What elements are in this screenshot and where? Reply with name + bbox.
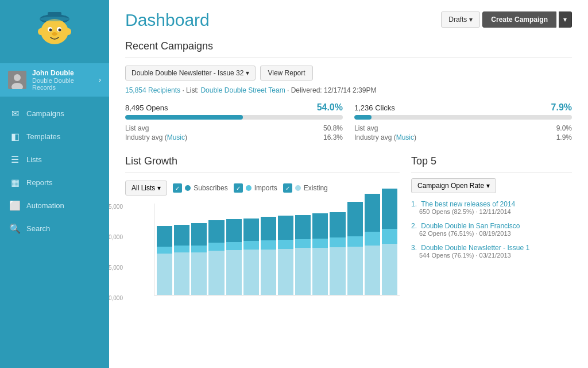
campaigns-icon: ✉ bbox=[9, 108, 21, 119]
bar-subscribes bbox=[295, 215, 311, 239]
main-nav: ✉ Campaigns ◧ Templates ☰ Lists ▦ Report… bbox=[0, 97, 109, 240]
subscribes-dot bbox=[185, 185, 191, 191]
bar-existing bbox=[191, 252, 207, 295]
opens-stat: 8,495 Opens 54.0% List avg 50.8% Industr… bbox=[125, 102, 343, 143]
imports-checkbox-icon: ✓ bbox=[234, 183, 243, 193]
clicks-progress-fill bbox=[354, 115, 372, 120]
chart-bar-group bbox=[382, 189, 397, 295]
existing-dot bbox=[295, 185, 301, 191]
chart-bar-group bbox=[330, 212, 345, 295]
chart-bar-group bbox=[174, 225, 189, 295]
imports-label: Imports bbox=[254, 184, 277, 192]
bar-imports bbox=[226, 242, 242, 250]
chart-bar-group bbox=[278, 216, 293, 295]
top5-list-item: 3. Double Double Newsletter - Issue 1 54… bbox=[411, 244, 572, 259]
bar-subscribes bbox=[330, 212, 345, 237]
bar-subscribes bbox=[174, 225, 189, 246]
svg-point-13 bbox=[14, 74, 21, 81]
recent-campaigns-section: Recent Campaigns Double Double Newslette… bbox=[125, 40, 572, 143]
bar-subscribes bbox=[261, 217, 276, 240]
chart-y-labels: 25,000 20,000 15,000 10,000 bbox=[109, 204, 123, 301]
bar-imports bbox=[382, 229, 397, 244]
sidebar: John Double Double Double Records › ✉ Ca… bbox=[0, 0, 109, 368]
chevron-down-icon: ▾ bbox=[246, 69, 249, 77]
page-title: Dashboard bbox=[125, 12, 210, 29]
stats-grid: 8,495 Opens 54.0% List avg 50.8% Industr… bbox=[125, 102, 572, 143]
chart-bar-group bbox=[226, 219, 242, 295]
bar-subscribes bbox=[278, 216, 293, 240]
bar-subscribes bbox=[365, 194, 380, 232]
view-report-button[interactable]: View Report bbox=[260, 66, 312, 80]
chevron-down-icon: ▾ bbox=[157, 184, 161, 192]
opens-progress-bg bbox=[125, 115, 343, 120]
search-label: Search bbox=[26, 224, 50, 233]
top5-item-link[interactable]: Double Double Newsletter - Issue 1 bbox=[421, 244, 529, 252]
recipients-link[interactable]: 15,854 Recipients bbox=[125, 86, 180, 94]
open-rate-filter-button[interactable]: Campaign Open Rate ▾ bbox=[411, 178, 496, 193]
clicks-list-avg: List avg 9.0% bbox=[354, 124, 572, 132]
create-campaign-arrow-button[interactable]: ▾ bbox=[559, 12, 572, 28]
bar-subscribes bbox=[226, 219, 242, 242]
sidebar-item-templates[interactable]: ◧ Templates bbox=[0, 125, 109, 148]
top5-item-meta: 544 Opens (76.1%) · 03/21/2013 bbox=[419, 252, 572, 259]
svg-point-8 bbox=[52, 32, 57, 36]
drafts-button[interactable]: Drafts ▾ bbox=[441, 12, 480, 28]
y-label-15k: 15,000 bbox=[109, 264, 123, 271]
clicks-industry-link[interactable]: Music bbox=[396, 133, 414, 141]
sidebar-item-lists[interactable]: ☰ Lists bbox=[0, 148, 109, 171]
bar-subscribes bbox=[157, 226, 172, 247]
bar-imports bbox=[365, 232, 380, 246]
opens-label: 8,495 Opens bbox=[125, 103, 168, 112]
imports-dot bbox=[246, 185, 252, 191]
y-label-25k: 25,000 bbox=[109, 204, 123, 210]
chart-bar-group bbox=[157, 226, 172, 295]
bar-existing bbox=[157, 254, 172, 295]
sidebar-item-campaigns[interactable]: ✉ Campaigns bbox=[0, 102, 109, 125]
y-label-10k: 10,000 bbox=[109, 295, 123, 301]
chevron-down-icon: ▾ bbox=[469, 16, 473, 24]
chart-bar-group bbox=[312, 213, 328, 295]
create-campaign-button[interactable]: Create Campaign bbox=[482, 12, 556, 28]
mailchimp-logo-icon bbox=[32, 9, 78, 55]
bottom-section: List Growth All Lists ▾ ✓ Subscribes ✓ I… bbox=[125, 155, 572, 301]
imports-legend: ✓ Imports bbox=[234, 183, 277, 193]
bar-subscribes bbox=[382, 189, 397, 229]
chart-bar-group bbox=[261, 217, 276, 295]
chart-bar-group bbox=[243, 218, 259, 295]
subscribes-label: Subscribes bbox=[194, 184, 227, 192]
bar-existing bbox=[243, 250, 259, 295]
chevron-right-icon: › bbox=[99, 76, 101, 84]
clicks-pct: 7.9% bbox=[551, 102, 572, 113]
chart-bar-group bbox=[365, 194, 380, 295]
existing-checkbox-icon: ✓ bbox=[283, 183, 292, 193]
sidebar-item-search[interactable]: 🔍 Search bbox=[0, 217, 109, 240]
top5-item-num: 1. bbox=[411, 200, 417, 208]
campaign-select-button[interactable]: Double Double Newsletter - Issue 32 ▾ bbox=[125, 66, 256, 80]
chevron-down-icon: ▾ bbox=[563, 16, 567, 24]
bar-subscribes bbox=[243, 218, 259, 241]
svg-point-7 bbox=[59, 29, 61, 32]
list-name-link[interactable]: Double Double Street Team bbox=[200, 86, 285, 94]
user-profile[interactable]: John Double Double Double Records › bbox=[0, 63, 109, 97]
bar-imports bbox=[261, 240, 276, 250]
top5-list: 1. The best new releases of 2014 650 Ope… bbox=[411, 200, 572, 259]
sidebar-item-reports[interactable]: ▦ Reports bbox=[0, 171, 109, 194]
campaign-meta: 15,854 Recipients · List: Double Double … bbox=[125, 86, 572, 94]
top5-item-num: 2. bbox=[411, 222, 417, 230]
bar-imports bbox=[278, 240, 293, 249]
top5-item-link[interactable]: The best new releases of 2014 bbox=[421, 200, 515, 208]
chevron-down-icon: ▾ bbox=[486, 182, 490, 190]
lists-icon: ☰ bbox=[9, 154, 21, 165]
bar-existing bbox=[278, 249, 293, 295]
opens-pct: 54.0% bbox=[317, 102, 343, 113]
top5-item-link[interactable]: Double Double in San Francisco bbox=[421, 222, 520, 230]
opens-progress-fill bbox=[125, 115, 243, 120]
list-growth-section: List Growth All Lists ▾ ✓ Subscribes ✓ I… bbox=[125, 155, 400, 301]
sidebar-item-automation[interactable]: ⬜ Automation bbox=[0, 194, 109, 217]
bar-imports bbox=[312, 239, 328, 248]
existing-label: Existing bbox=[304, 184, 328, 192]
all-lists-button[interactable]: All Lists ▾ bbox=[125, 181, 167, 195]
opens-industry-link[interactable]: Music bbox=[167, 133, 185, 141]
templates-label: Templates bbox=[26, 132, 60, 141]
bar-existing bbox=[226, 250, 242, 295]
